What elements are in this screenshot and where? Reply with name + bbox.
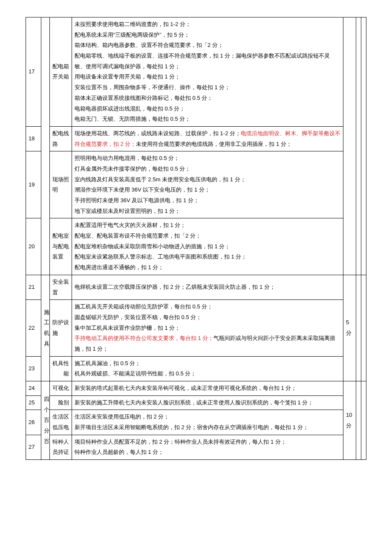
score-cell: 10 分 bbox=[343, 381, 356, 460]
sub-item: 机具性能 bbox=[50, 356, 72, 381]
sub-item: 脸别 bbox=[50, 395, 72, 410]
sub-item: 防护设施 bbox=[50, 300, 72, 356]
row-number: 27 bbox=[26, 435, 41, 459]
description: 施工机具无开关箱或传动部位无防护罩，每台扣 0.5 分； 圆盘锯锯片无防护，安装… bbox=[72, 300, 343, 356]
table-row: 17 配电箱开关箱 未按照要求使用电箱二维码巡查的，扣 1-2 分； 配电系统未… bbox=[26, 17, 366, 127]
description: 项目特种作业人员配置不足的，扣 2 分；特种作业人员未持有效证件的，每人扣 1 … bbox=[72, 435, 343, 459]
row-number: 26 bbox=[26, 410, 41, 435]
sub-item: 配电箱开关箱 bbox=[50, 17, 72, 127]
row-number: 17 bbox=[26, 17, 41, 127]
description: 电焊机未设置二次空载降压保护器，扣 2 分；乙烘瓶未安装回火防止器，扣 1 分； bbox=[72, 275, 343, 299]
description: 照明用电与动力用电混用，每处扣 0.5 分； 灯具金属外壳未作接零保护的，每处扣… bbox=[72, 151, 343, 218]
sub-item: 可视化 bbox=[50, 381, 72, 396]
score-cell: 5 分 bbox=[343, 275, 356, 381]
sub-item: 配电线路 bbox=[50, 126, 72, 151]
table-row: 27 特种人员持证 项目特种作业人员配置不足的，扣 2 分；特种作业人员未持有效… bbox=[26, 435, 366, 459]
table-row: 23 机具性能 施工机具漏油，扣 0.5 分； 机具外观破损、不能满足说明书性能… bbox=[26, 356, 366, 381]
empty-cell bbox=[356, 17, 361, 275]
empty-cell bbox=[356, 275, 361, 381]
category-cell: 施工机具 bbox=[41, 275, 50, 381]
score-cell bbox=[343, 17, 356, 275]
description: 新安装的施工升降机七天内未安装人脸识别系统，或未正常使用人脸识别系统的，每个笼扣… bbox=[72, 395, 343, 410]
empty-cell bbox=[356, 381, 361, 460]
empty-cell bbox=[361, 381, 366, 460]
sub-item: 生活区低压电 bbox=[50, 410, 72, 435]
row-number: 20 bbox=[26, 218, 41, 275]
category-cell bbox=[41, 17, 50, 275]
description: 未按照要求使用电箱二维码巡查的，扣 1-2 分； 配电系统未采用“三级配电两级保… bbox=[72, 17, 343, 127]
empty-cell bbox=[361, 17, 366, 275]
table-row: 22 防护设施 施工机具无开关箱或传动部位无防护罩，每台扣 0.5 分； 圆盘锯… bbox=[26, 300, 366, 356]
table-row: 20 配电室与配电装置 未配置适用于电气火灾的灭火器材，扣 1 分； 配电室、配… bbox=[26, 218, 366, 275]
table-row: 25 脸别 新安装的施工升降机七天内未安装人脸识别系统，或未正常使用人脸识别系统… bbox=[26, 395, 366, 410]
table-row: 26 生活区低压电 生活区未安装使用低压电的，扣 2 分； 新开项目生活区未采用… bbox=[26, 410, 366, 435]
description: 新安装的塔式起重机七天内未安装吊钩可视化，或未正常使用可视化系统的，每台扣 1 … bbox=[72, 381, 343, 396]
row-number: 23 bbox=[26, 356, 41, 381]
sub-item: 安全装置 bbox=[50, 275, 72, 299]
table-row: 21 施工机具 安全装置 电焊机未设置二次空载降压保护器，扣 2 分；乙烘瓶未安… bbox=[26, 275, 366, 299]
description: 现场使用花线、两芯线的，或线路未设短路、过载保护，扣 1-2 分；电缆沿地面明设… bbox=[72, 126, 343, 151]
table-row: 24 四个百分百 可视化 新安装的塔式起重机七天内未安装吊钩可视化，或未正常使用… bbox=[26, 381, 366, 396]
table-row: 19 现场照明 照明用电与动力用电混用，每处扣 0.5 分； 灯具金属外壳未作接… bbox=[26, 151, 366, 218]
sub-item: 配电室与配电装置 bbox=[50, 218, 72, 275]
row-number: 25 bbox=[26, 395, 41, 410]
category-cell: 四个百分百 bbox=[41, 381, 50, 460]
description: 生活区未安装使用低压电的，扣 2 分； 新开项目生活区未采用智能断电系统的，扣 … bbox=[72, 410, 343, 435]
row-number: 24 bbox=[26, 381, 41, 396]
evaluation-table: 17 配电箱开关箱 未按照要求使用电箱二维码巡查的，扣 1-2 分； 配电系统未… bbox=[26, 17, 366, 460]
row-number: 21 bbox=[26, 275, 41, 299]
row-number: 19 bbox=[26, 151, 41, 218]
sub-item: 特种人员持证 bbox=[50, 435, 72, 459]
description: 未配置适用于电气火灾的灭火器材，扣 1 分； 配电室、配电装置布设不符合规范要求… bbox=[72, 218, 343, 275]
description: 施工机具漏油，扣 0.5 分； 机具外观破损、不能满足说明书性能，扣 0.5 分… bbox=[72, 356, 343, 381]
table-row: 18 配电线路 现场使用花线、两芯线的，或线路未设短路、过载保护，扣 1-2 分… bbox=[26, 126, 366, 151]
sub-item: 现场照明 bbox=[50, 151, 72, 218]
empty-cell bbox=[361, 275, 366, 381]
row-number: 22 bbox=[26, 300, 41, 356]
row-number: 18 bbox=[26, 126, 41, 151]
